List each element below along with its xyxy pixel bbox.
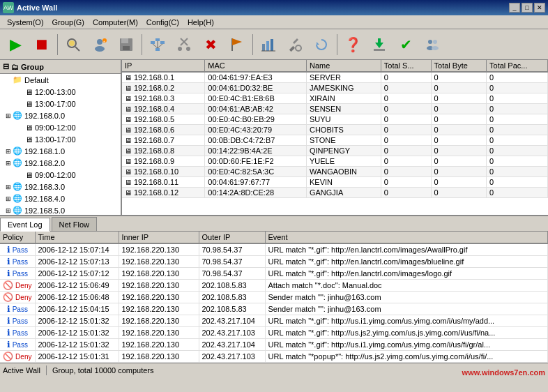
table-row[interactable]: 🖥192.168.0.8 00:14:22:9B:4A:2E QINPENGY …: [122, 146, 548, 156]
tree-item-time4[interactable]: 🖥 13:00-17:00: [0, 133, 121, 145]
list-item[interactable]: 🚫 Deny 2006-12-12 15:06:49 192.168.220.1…: [0, 280, 548, 292]
tree-item-time1[interactable]: 🖥 12:00-13:00: [0, 86, 121, 98]
user-button[interactable]: +: [87, 32, 112, 57]
svg-marker-22: [232, 38, 242, 45]
table-row[interactable]: 🖥192.168.0.6 00:E0:4C:43:20:79 CHOBITS 0…: [122, 125, 548, 135]
bottom-section: Event Log Net Flow Policy Time Inner IP …: [0, 216, 548, 363]
col-name: Name: [306, 60, 381, 72]
clock-icon-2: 🖥: [25, 135, 33, 144]
help-button[interactable]: ❓: [340, 32, 365, 57]
tree-item-192-168-5-0[interactable]: ⊞ 🌐 192.168.5.0: [0, 204, 121, 215]
stop-button[interactable]: ⏹: [29, 32, 54, 57]
list-item[interactable]: 🚫 Deny 2006-12-12 15:06:48 192.168.220.1…: [0, 292, 548, 303]
tree-item-192-168-4-0[interactable]: ⊞ 🌐 192.168.4.0: [0, 193, 121, 204]
log-col-policy: Policy: [0, 232, 35, 243]
tree-panel: ⊟ 🗂 Group 📁 Default 🖥 12:00-13:00 🖥 13:0…: [0, 60, 122, 215]
tab-net-flow[interactable]: Net Flow: [52, 217, 97, 231]
close-btn[interactable]: ✕: [534, 3, 545, 13]
col-totalp: Total Pac...: [487, 60, 548, 72]
title-icon: AW: [3, 2, 14, 13]
title-text: Active Wall: [17, 3, 509, 12]
table-row[interactable]: 🖥192.168.0.2 00:04:61:D0:32:BE JAMESKING…: [122, 83, 548, 93]
clock-icon-1: 🖥: [25, 123, 33, 132]
flag-button[interactable]: [224, 32, 250, 57]
toolbar-sep-1: [57, 34, 58, 55]
svg-line-16: [158, 44, 162, 48]
log-col-time: Time: [35, 232, 119, 243]
menu-config[interactable]: Config(C): [142, 17, 183, 27]
svg-point-3: [97, 39, 102, 45]
table-row[interactable]: 🖥192.168.0.5 00:E0:4C:B0:EB:29 SUYU 0 0 …: [122, 114, 548, 125]
tab-bar: Event Log Net Flow: [0, 216, 548, 232]
tree-item-192-168-0-0[interactable]: ⊞ 🌐 192.168.0.0: [0, 110, 121, 121]
table-row[interactable]: 🖥192.168.0.4 00:04:61:AB:AB:42 SENSEN 0 …: [122, 104, 548, 114]
menu-computer[interactable]: Computer(M): [89, 17, 142, 27]
list-item[interactable]: ℹ Pass 2006-12-12 15:01:32 192.168.220.1…: [0, 327, 548, 339]
tree-item-192-168-1-0[interactable]: ⊞ 🌐 192.168.1.0: [0, 145, 121, 157]
svg-rect-32: [374, 49, 385, 51]
tree-item-time2[interactable]: 🖥 13:00-17:00: [0, 98, 121, 110]
menu-bar: System(O) Group(G) Computer(M) Config(C)…: [0, 15, 548, 29]
svg-point-20: [186, 47, 190, 51]
svg-point-35: [433, 40, 437, 44]
log-scroll[interactable]: Policy Time Inner IP Outer IP Event ℹ Pa…: [0, 232, 548, 363]
play-button[interactable]: ▶: [3, 32, 28, 57]
network-icon-6: 🌐: [13, 206, 22, 215]
tree-item-time3[interactable]: 🖥 09:00-12:00: [0, 121, 121, 133]
save-button[interactable]: [114, 32, 139, 57]
chart-button[interactable]: [256, 32, 281, 57]
approve-button[interactable]: ✔: [393, 32, 418, 57]
tree-item-default[interactable]: 📁 Default: [0, 74, 121, 86]
refresh-button[interactable]: [309, 32, 334, 57]
list-item[interactable]: ℹ Pass 2006-12-12 15:01:32 192.168.220.1…: [0, 315, 548, 327]
menu-system[interactable]: System(O): [3, 17, 48, 27]
computer-table-scroll[interactable]: IP MAC Name Total S... Total Byte Total …: [122, 60, 548, 215]
svg-rect-24: [266, 41, 269, 51]
svg-point-36: [432, 46, 439, 50]
list-item[interactable]: ℹ Pass 2006-12-12 15:01:32 192.168.220.1…: [0, 339, 548, 351]
menu-help[interactable]: Help(H): [183, 17, 218, 27]
table-row[interactable]: 🖥192.168.0.11 00:04:61:97:67:77 KEVIN 0 …: [122, 177, 548, 188]
status-sep: [46, 365, 47, 375]
maximize-btn[interactable]: □: [522, 3, 533, 13]
tools-button[interactable]: [282, 32, 307, 57]
log-col-outer: Outer IP: [199, 232, 265, 243]
network-button[interactable]: [145, 32, 170, 57]
svg-rect-13: [155, 48, 160, 51]
list-item[interactable]: ℹ Pass 2006-12-12 15:07:12 192.168.220.1…: [0, 268, 548, 280]
table-row[interactable]: 🖥192.168.0.9 00:0D:60:FE:1E:F2 YUELE 0 0…: [122, 156, 548, 167]
tree-header: ⊟ 🗂 Group: [0, 60, 121, 74]
list-item[interactable]: ℹ Pass 2006-12-12 15:04:15 192.168.220.1…: [0, 303, 548, 315]
main-area: ⊟ 🗂 Group 📁 Default 🖥 12:00-13:00 🖥 13:0…: [0, 60, 548, 216]
svg-rect-27: [289, 45, 295, 51]
table-row[interactable]: 🖥192.168.0.3 00:E0:4C:B1:E8:6B XIRAIN 0 …: [122, 93, 548, 104]
download-button[interactable]: [367, 32, 392, 57]
minimize-btn[interactable]: _: [509, 3, 520, 13]
tree-item-192-168-2-0[interactable]: ⊞ 🌐 192.168.2.0: [0, 157, 121, 169]
tree-header-label: Group: [21, 63, 44, 71]
table-row[interactable]: 🖥192.168.0.7 00:0B:DB:C4:72:B7 STONE 0 0…: [122, 135, 548, 146]
svg-point-4: [95, 46, 105, 52]
menu-group[interactable]: Group(G): [48, 17, 89, 27]
list-item[interactable]: 🚫 Deny 2006-12-12 15:01:31 192.168.220.1…: [0, 351, 548, 363]
table-row[interactable]: 🖥192.168.0.1 00:04:61:97:EA:E3 SERVER 0 …: [122, 72, 548, 83]
tree-item-time5[interactable]: 🖥 09:00-12:00: [0, 169, 121, 181]
delete-button[interactable]: ✖: [198, 32, 223, 57]
tree-item-192-168-3-0[interactable]: ⊞ 🌐 192.168.3.0: [0, 181, 121, 193]
network-icon-3: 🌐: [13, 158, 22, 167]
search-button[interactable]: [61, 32, 86, 57]
tree-content: 📁 Default 🖥 12:00-13:00 🖥 13:00-17:00 ⊞ …: [0, 74, 121, 215]
cut-button[interactable]: [172, 32, 197, 57]
expand-icon-4: ⊞: [6, 183, 11, 190]
list-item[interactable]: ℹ Pass 2006-12-12 15:07:13 192.168.220.1…: [0, 256, 548, 268]
table-row[interactable]: 🖥192.168.0.10 00:E0:4C:82:5A:3C WANGAOBI…: [122, 167, 548, 177]
users-button[interactable]: [420, 32, 445, 57]
col-ip: IP: [122, 60, 205, 72]
toolbar: ▶ ⏹ + ✖ ❓ ✔: [0, 29, 548, 60]
network-icon-4: 🌐: [13, 182, 22, 191]
clock-icon-3: 🖥: [25, 171, 33, 179]
list-item[interactable]: ℹ Pass 2006-12-12 15:07:14 192.168.220.1…: [0, 243, 548, 256]
expand-all-icon[interactable]: ⊟: [3, 62, 9, 71]
tab-event-log[interactable]: Event Log: [0, 218, 50, 232]
table-row[interactable]: 🖥192.168.0.12 00:14:2A:8D:CE:28 GANGJIA …: [122, 188, 548, 198]
